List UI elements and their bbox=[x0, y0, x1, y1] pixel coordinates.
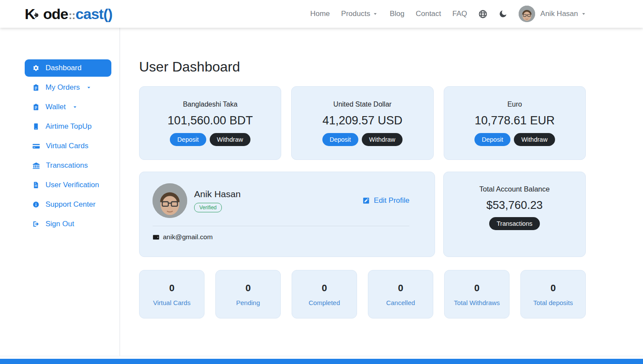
sidebar-item-label: Transcations bbox=[46, 161, 88, 170]
sidebar-item-virtual-cards[interactable]: Virtual Cards bbox=[25, 137, 111, 155]
logo-text-ode: ode bbox=[43, 6, 68, 23]
sidebar-item-label: Dashboard bbox=[45, 64, 81, 72]
stat-value: 0 bbox=[322, 283, 327, 294]
chevron-down-icon bbox=[72, 104, 78, 110]
withdraw-button[interactable]: Withdraw bbox=[362, 133, 403, 146]
sidebar-item-label: Virtual Cards bbox=[46, 142, 88, 150]
edit-pen-square-icon bbox=[362, 197, 370, 205]
sidebar-item-support-center[interactable]: Support Center bbox=[25, 196, 111, 213]
wallet-balance: 101,560.00 BDT bbox=[168, 114, 253, 127]
logo-separator: :: bbox=[68, 9, 75, 22]
withdraw-button[interactable]: Withdraw bbox=[210, 133, 250, 146]
user-name-label: Anik Hasan bbox=[540, 10, 578, 18]
wallet-currency-name: Euro bbox=[507, 101, 522, 108]
wallet-card-usd: United State Dollar 41,209.57 USD Deposi… bbox=[291, 86, 433, 160]
edit-profile-link[interactable]: Edit Profile bbox=[362, 196, 409, 205]
logo-text-cast: cast() bbox=[75, 6, 112, 23]
wallet-card-eur: Euro 10,778.61 EUR Deposit Withdraw bbox=[444, 86, 586, 160]
sidebar-item-label: Airtime TopUp bbox=[45, 122, 91, 131]
wallet-icon bbox=[153, 234, 160, 241]
sidebar-item-my-orders[interactable]: My Orders bbox=[25, 79, 111, 96]
edit-profile-label: Edit Profile bbox=[374, 196, 409, 205]
nav-item-blog[interactable]: Blog bbox=[390, 10, 404, 18]
stat-card-completed: 0 Completed bbox=[292, 270, 357, 318]
footer-blue-bar bbox=[0, 359, 643, 364]
profile-name: Anik Hasan bbox=[194, 189, 240, 199]
dark-mode-moon-icon[interactable] bbox=[499, 10, 507, 18]
deposit-button[interactable]: Deposit bbox=[170, 133, 206, 146]
verified-badge: Verified bbox=[194, 203, 222, 212]
user-menu[interactable]: Anik Hasan bbox=[519, 6, 587, 22]
nav-item-faq-label: FAQ bbox=[452, 10, 467, 18]
sidebar-item-sign-out[interactable]: Sign Out bbox=[25, 215, 111, 233]
deposit-button[interactable]: Deposit bbox=[474, 133, 510, 146]
page-footer bbox=[0, 356, 643, 364]
profile-divider bbox=[153, 226, 409, 226]
stat-card-total-withdraws: 0 Total Withdraws bbox=[444, 270, 510, 318]
sign-out-icon bbox=[32, 221, 39, 228]
sidebar-item-label: User Verification bbox=[45, 181, 99, 189]
nav-item-contact[interactable]: Contact bbox=[416, 10, 441, 18]
sidebar-item-label: My Orders bbox=[45, 83, 80, 92]
bank-icon bbox=[32, 162, 40, 169]
stat-label: Total deposits bbox=[533, 299, 573, 306]
wallet-currency-name: Bangladeshi Taka bbox=[183, 101, 237, 108]
sidebar-item-label: Wallet bbox=[45, 103, 66, 111]
stats-row: 0 Virtual Cards 0 Pending 0 Completed 0 … bbox=[139, 270, 586, 318]
deposit-button[interactable]: Deposit bbox=[322, 133, 358, 146]
profile-email-row: anik@gmail.com bbox=[153, 233, 422, 241]
sidebar-item-user-verification[interactable]: User Verification bbox=[25, 176, 111, 194]
nav-item-home[interactable]: Home bbox=[310, 10, 330, 18]
language-globe-icon[interactable] bbox=[478, 10, 487, 19]
nav-item-faq[interactable]: FAQ bbox=[452, 10, 467, 18]
stat-label: Pending bbox=[236, 299, 260, 306]
wallet-balance: 10,778.61 EUR bbox=[475, 114, 555, 127]
stat-value: 0 bbox=[474, 283, 479, 294]
top-navbar: K ode :: cast() Home Products Blog Conta… bbox=[0, 0, 643, 28]
sidebar-item-transcations[interactable]: Transcations bbox=[25, 157, 111, 174]
transactions-button[interactable]: Transactions bbox=[489, 217, 539, 230]
stat-card-cancelled: 0 Cancelled bbox=[368, 270, 433, 318]
total-balance-card: Total Account Balance $53,760.23 Transac… bbox=[443, 172, 586, 257]
stat-value: 0 bbox=[169, 283, 174, 294]
footer-strip bbox=[0, 356, 643, 359]
clipboard-icon bbox=[32, 84, 39, 91]
wallet-cards-row: Bangladeshi Taka 101,560.00 BDT Deposit … bbox=[139, 86, 586, 160]
sidebar-item-wallet[interactable]: Wallet bbox=[25, 98, 111, 116]
balance-amount: $53,760.23 bbox=[486, 198, 542, 212]
mobile-icon bbox=[32, 123, 39, 130]
stat-label: Total Withdraws bbox=[454, 299, 500, 306]
stat-card-total-deposits: 0 Total deposits bbox=[520, 270, 586, 318]
clipboard-icon bbox=[32, 104, 39, 110]
wallet-currency-name: United State Dollar bbox=[333, 101, 391, 108]
nav-item-products[interactable]: Products bbox=[341, 10, 378, 18]
page-body: Dashboard My Orders Wallet Airtime TopUp… bbox=[0, 28, 643, 356]
info-circle-icon bbox=[32, 201, 39, 208]
signal-waves-icon bbox=[33, 6, 43, 23]
nav-item-blog-label: Blog bbox=[390, 10, 404, 18]
sidebar-item-label: Sign Out bbox=[45, 220, 74, 228]
withdraw-button[interactable]: Withdraw bbox=[514, 133, 555, 146]
stat-value: 0 bbox=[398, 283, 403, 294]
sidebar: Dashboard My Orders Wallet Airtime TopUp… bbox=[25, 28, 120, 356]
profile-avatar bbox=[153, 183, 187, 218]
main-content: User Dashboard Bangladeshi Taka 101,560.… bbox=[120, 28, 586, 356]
user-avatar bbox=[519, 6, 535, 22]
nav-item-contact-label: Contact bbox=[416, 10, 441, 18]
stat-value: 0 bbox=[245, 283, 250, 294]
profile-email: anik@gmail.com bbox=[163, 233, 213, 241]
sidebar-item-dashboard[interactable]: Dashboard bbox=[25, 59, 111, 77]
sidebar-item-airtime-topup[interactable]: Airtime TopUp bbox=[25, 118, 111, 135]
chevron-down-icon bbox=[372, 11, 378, 17]
gear-icon bbox=[32, 65, 39, 72]
wallet-balance: 41,209.57 USD bbox=[322, 114, 403, 127]
credit-card-icon bbox=[32, 143, 40, 150]
wallet-card-bdt: Bangladeshi Taka 101,560.00 BDT Deposit … bbox=[139, 86, 281, 160]
stat-label: Cancelled bbox=[386, 299, 415, 306]
balance-title: Total Account Balance bbox=[479, 185, 549, 193]
nav-item-home-label: Home bbox=[310, 10, 330, 18]
stat-card-virtual-cards: 0 Virtual Cards bbox=[139, 270, 205, 318]
brand-logo[interactable]: K ode :: cast() bbox=[25, 6, 112, 23]
chevron-down-icon bbox=[581, 11, 587, 17]
stat-label: Virtual Cards bbox=[153, 299, 190, 306]
